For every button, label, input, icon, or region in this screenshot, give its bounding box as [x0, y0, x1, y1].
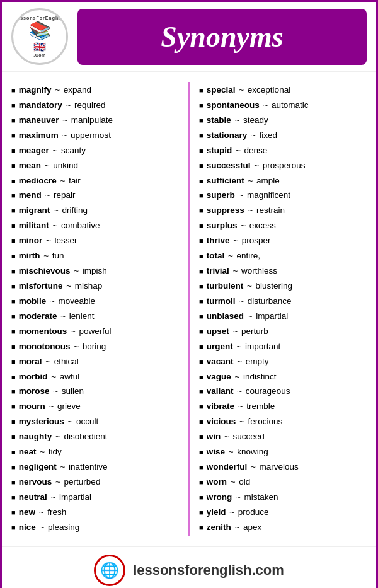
list-item: ■ worn ~ old — [199, 476, 370, 489]
list-item: ■ urgent ~ important — [199, 340, 370, 354]
right-column: ■ special ~ exceptional ■ spontaneous ~ … — [190, 79, 376, 539]
list-item: ■ militant ~ combative — [11, 219, 182, 233]
synonym-label: excess — [249, 221, 276, 230]
synonym-label: repair — [54, 190, 76, 200]
bullet-icon: ■ — [199, 462, 203, 473]
word-label: successful — [207, 161, 251, 170]
tilde: ~ — [239, 417, 247, 426]
synonym-label: lesser — [55, 236, 77, 245]
bullet-icon: ■ — [11, 130, 16, 141]
word-label: vacant — [207, 357, 234, 366]
synonym-label: important — [245, 342, 280, 351]
word-label: surplus — [207, 221, 238, 230]
word-label: superb — [207, 190, 235, 200]
list-item: ■ neat ~ tidy — [11, 446, 182, 459]
word-label: stable — [207, 115, 231, 125]
word-label: neat — [19, 447, 37, 456]
bullet-icon: ■ — [11, 372, 16, 383]
synonym-label: grieve — [57, 401, 81, 411]
synonym-label: exceptional — [248, 85, 290, 95]
bullet-icon: ■ — [11, 281, 16, 292]
word-label: nice — [19, 522, 36, 532]
tilde: ~ — [55, 477, 63, 487]
synonym-label: combative — [61, 221, 100, 230]
list-item: ■ wrong ~ mistaken — [199, 491, 370, 504]
word-label: win — [207, 432, 221, 441]
tilde: ~ — [248, 311, 255, 321]
synonym-label: tidy — [49, 447, 62, 456]
tilde: ~ — [237, 357, 244, 366]
list-item: ■ superb ~ magnificent — [199, 189, 370, 202]
bullet-icon: ■ — [11, 417, 16, 427]
list-item: ■ vague ~ indistinct — [199, 371, 370, 384]
word-label: wrong — [207, 492, 232, 502]
tilde: ~ — [55, 85, 62, 95]
tilde: ~ — [229, 447, 236, 456]
tilde: ~ — [54, 205, 61, 215]
word-label: turbulent — [207, 281, 244, 291]
list-item: ■ yield ~ produce — [199, 506, 370, 519]
bullet-icon: ■ — [11, 251, 16, 262]
list-item: ■ morose ~ sullen — [11, 385, 182, 398]
bullet-icon: ■ — [11, 115, 16, 126]
synonym-label: pleasing — [48, 522, 79, 532]
synonym-label: required — [74, 100, 106, 110]
word-label: worn — [207, 477, 227, 487]
word-label: wonderful — [207, 462, 248, 471]
list-item: ■ vicious ~ ferocious — [199, 415, 370, 429]
synonym-label: prosperous — [263, 161, 306, 170]
list-item: ■ turmoil ~ disturbance — [199, 295, 370, 308]
bullet-icon: ■ — [11, 146, 16, 156]
word-label: valiant — [207, 386, 234, 396]
word-label: turmoil — [207, 296, 236, 306]
word-label: negligent — [19, 462, 57, 471]
page-title: Synonyms — [161, 20, 283, 54]
word-label: mandatory — [19, 100, 62, 110]
synonym-label: fun — [52, 251, 64, 260]
list-item: ■ total ~ entire, — [199, 250, 370, 263]
tilde: ~ — [66, 281, 74, 291]
tilde: ~ — [229, 507, 237, 517]
word-label: vicious — [207, 417, 236, 426]
synonym-label: moveable — [59, 296, 96, 306]
list-item: ■ mandatory ~ required — [11, 99, 182, 112]
list-item: ■ moderate ~ lenient — [11, 310, 182, 323]
list-item: ■ thrive ~ prosper — [199, 234, 370, 248]
tilde: ~ — [66, 100, 73, 110]
word-label: maneuver — [19, 115, 59, 125]
synonym-label: scanty — [61, 146, 86, 155]
list-item: ■ surplus ~ excess — [199, 219, 370, 233]
bullet-icon: ■ — [199, 492, 203, 503]
bullet-icon: ■ — [199, 447, 203, 458]
synonym-label: drifting — [62, 205, 88, 215]
word-label: maximum — [19, 130, 59, 140]
word-label: trivial — [207, 266, 229, 275]
word-label: upset — [207, 326, 229, 336]
tilde: ~ — [247, 281, 255, 291]
synonym-label: impish — [83, 266, 107, 275]
tilde: ~ — [46, 236, 54, 245]
bullet-icon: ■ — [11, 401, 16, 412]
tilde: ~ — [233, 236, 241, 245]
synonym-label: restrain — [256, 205, 285, 215]
list-item: ■ misfortune ~ mishap — [11, 280, 182, 293]
synonym-label: expand — [64, 85, 91, 95]
bullet-icon: ■ — [11, 462, 16, 473]
tilde: ~ — [71, 326, 78, 336]
list-item: ■ win ~ succeed — [199, 430, 370, 444]
bullet-icon: ■ — [11, 522, 16, 533]
word-label: militant — [19, 221, 49, 230]
list-item: ■ stationary ~ fixed — [199, 129, 370, 142]
synonym-label: occult — [76, 417, 98, 426]
list-item: ■ mourn ~ grieve — [11, 400, 182, 413]
tilde: ~ — [232, 326, 240, 336]
list-item: ■ wise ~ knowing — [199, 446, 370, 459]
bullet-icon: ■ — [11, 477, 16, 488]
list-item: ■ maximum ~ uppermost — [11, 129, 182, 142]
list-item: ■ new ~ fresh — [11, 506, 182, 519]
synonym-label: impartial — [256, 311, 288, 321]
footer-url[interactable]: lessonsforenglish.com — [133, 562, 284, 579]
bullet-icon: ■ — [11, 100, 16, 111]
tilde: ~ — [53, 386, 60, 396]
word-label: neutral — [19, 492, 47, 502]
